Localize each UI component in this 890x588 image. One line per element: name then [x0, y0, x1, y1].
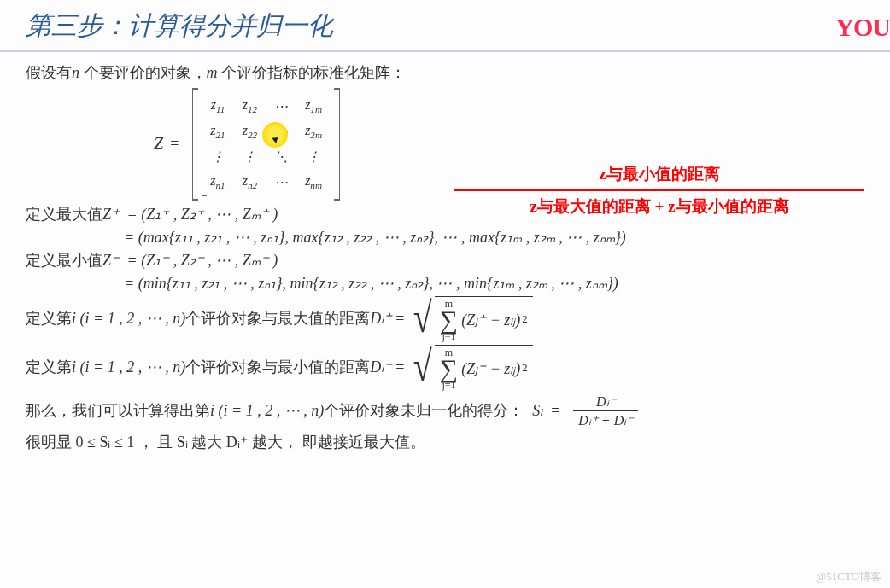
cursor-highlight-icon: [262, 122, 288, 148]
logo: YOU: [835, 13, 890, 42]
fraction: Dᵢ⁻ Dᵢ⁺ + Dᵢ⁻: [573, 393, 638, 428]
red-numerator: zz与最小值的距离与最小值的距离: [454, 163, 864, 187]
equals-sign: =: [170, 135, 179, 153]
page-title: 第三步：计算得分并归一化: [26, 9, 864, 44]
dist-min-line: 定义第i (i = 1 , 2 , ⋯ , n)个评价对象与最小值的距离 Dᵢ⁻…: [26, 345, 864, 390]
title-bar: 第三步：计算得分并归一化: [0, 0, 890, 52]
red-formula: zz与最小值的距离与最小值的距离 z与最大值的距离 + z与最小值的距离z与最大…: [454, 163, 864, 218]
sqrt-icon: √ m∑j=1 (Zⱼ⁻ − zᵢⱼ)2: [411, 345, 532, 390]
red-denominator: z与最大值的距离 + z与最小值的距离z与最大值的距离 + z与最小值的距离: [454, 194, 864, 218]
def-min-line2: = (min{z₁₁ , z₂₁ , ⋯ , zₙ₁}, min{z₁₂ , z…: [26, 274, 864, 293]
obvious-line: 很明显 0 ≤ Sᵢ ≤ 1 ， 且 Sᵢ 越大 Dᵢ⁺ 越大， 即越接近最大值…: [26, 432, 864, 452]
def-min-line1: 定义最小值Z⁻ = (Z₁⁻ , Z₂⁻ , ⋯ , Zₘ⁻ ): [26, 250, 864, 271]
matrix-row-1: z11 z12 ⋯ z1m: [202, 93, 331, 119]
fraction-bar: [454, 189, 864, 191]
score-line: 那么，我们可以计算得出第i (i = 1 , 2 , ⋯ , n)个评价对象未归…: [26, 393, 864, 428]
intro-line: 假设有n 个要评价的对象，m 个评价指标的标准化矩阵：: [26, 62, 864, 83]
Z-var: Z: [154, 134, 163, 154]
sigma-icon: m∑j=1: [440, 299, 458, 341]
content: zz与最小值的距离与最小值的距离 z与最大值的距离 + z与最小值的距离z与最大…: [0, 52, 890, 452]
sqrt-icon: √ m∑j=1 (Zⱼ⁺ − zᵢⱼ)2: [411, 296, 532, 341]
sigma-icon: m∑j=1: [440, 347, 458, 390]
dist-max-line: 定义第i (i = 1 , 2 , ⋯ , n)个评价对象与最大值的距离 Dᵢ⁺…: [26, 296, 864, 341]
watermark: @51CTO博客: [816, 569, 881, 585]
def-max-line2: = (max{z₁₁ , z₂₁ , ⋯ , zₙ₁}, max{z₁₂ , z…: [26, 228, 864, 247]
matrix-row-4: zn1 zn2 ⋯ znm: [202, 169, 331, 195]
matrix-row-3: ⋮⋮⋱⋮: [202, 144, 331, 169]
